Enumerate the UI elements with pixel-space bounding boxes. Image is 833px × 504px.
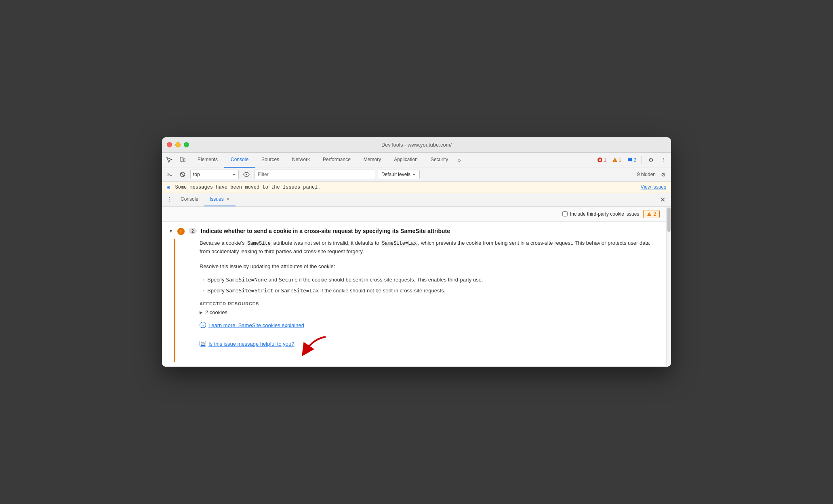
issues-panel: Include third-party cookie issues ! 2 ▼	[162, 207, 666, 367]
bullet-arrow-2: →	[200, 287, 205, 295]
tab-application[interactable]: Application	[387, 153, 424, 168]
svg-text:✕: ✕	[598, 158, 602, 162]
traffic-lights	[167, 142, 189, 147]
settings-icon[interactable]: ⚙	[645, 154, 656, 166]
info-bar-icon: ▣	[167, 185, 170, 190]
top-nav: Elements Console Sources Network Perform…	[162, 153, 671, 168]
more-tabs-button[interactable]: »	[454, 153, 464, 168]
console-toolbar: top Default levels 9 hidden ⚙	[162, 168, 671, 182]
affected-resources-label: AFFECTED RESOURCES	[200, 301, 660, 306]
top-nav-tabs: Elements Console Sources Network Perform…	[191, 153, 595, 168]
issue-count: 2	[189, 228, 197, 234]
affected-cookies-item[interactable]: ▶ 2 cookies	[200, 309, 660, 316]
maximize-button[interactable]	[184, 142, 189, 147]
devtools-window: DevTools - www.youtube.com/	[162, 137, 671, 367]
learn-more-link[interactable]: → Learn more: SameSite cookies explained	[200, 322, 660, 328]
issues-panel-header: Include third-party cookie issues ! 2	[162, 207, 666, 222]
menu-icon[interactable]: ⋮	[658, 154, 669, 166]
tab-network[interactable]: Network	[286, 153, 316, 168]
info-bar-message: ▣ Some messages have been moved to the I…	[167, 184, 321, 190]
clear-console-icon[interactable]	[177, 169, 188, 180]
code-samesite-lax-2: SameSite=Lax	[281, 288, 319, 294]
svg-point-10	[246, 174, 247, 175]
code-samesite: SameSite	[246, 240, 272, 247]
helpful-link[interactable]: 💬 Is this issue message helpful to you?	[200, 341, 294, 347]
log-levels-selector[interactable]: Default levels	[378, 170, 420, 179]
tab-security[interactable]: Security	[424, 153, 454, 168]
learn-more-icon: →	[200, 322, 206, 328]
code-secure: Secure	[279, 277, 298, 283]
code-samesite-strict: SameSite=Strict	[226, 288, 273, 294]
issue-description: Because a cookie's SameSite attribute wa…	[200, 239, 660, 256]
affected-resources: AFFECTED RESOURCES ▶ 2 cookies	[200, 301, 660, 316]
tab-memory[interactable]: Memory	[357, 153, 387, 168]
bullet-item-2: → Specify SameSite=Strict or SameSite=La…	[200, 287, 660, 295]
warning-count-badge[interactable]: ! 1	[610, 156, 623, 164]
minimize-button[interactable]	[175, 142, 181, 147]
feedback-icon: 💬	[200, 341, 206, 346]
issue-warning-icon: !	[177, 228, 185, 235]
tab-console-panel[interactable]: Console	[175, 193, 204, 206]
issue-resolve-text: Resolve this issue by updating the attri…	[200, 262, 660, 271]
svg-line-8	[181, 173, 184, 176]
devtools-body: Elements Console Sources Network Perform…	[162, 153, 671, 367]
panel-tab-menu[interactable]: ⋮	[165, 195, 173, 204]
tab-performance[interactable]: Performance	[316, 153, 357, 168]
window-title: DevTools - www.youtube.com/	[381, 142, 452, 148]
issue-title: Indicate whether to send a cookie in a c…	[201, 227, 450, 235]
hidden-count: 9 hidden ⚙	[637, 169, 669, 180]
panel-tabs: ⋮ Console Issues ✕ ✕	[162, 193, 671, 207]
helpful-link-row: 💬 Is this issue message helpful to you?	[200, 332, 660, 356]
context-selector[interactable]: top	[190, 170, 239, 179]
tab-console[interactable]: Console	[224, 153, 255, 168]
third-party-checkbox-input[interactable]	[562, 211, 568, 216]
bullet-arrow-1: →	[200, 276, 205, 284]
issue-toggle[interactable]: ▼	[168, 228, 173, 234]
info-count-badge[interactable]: 2	[625, 156, 638, 164]
issues-content-area: Include third-party cookie issues ! 2 ▼	[162, 207, 671, 367]
issue-bullets: → Specify SameSite=None and Secure if th…	[200, 276, 660, 295]
nav-divider	[642, 156, 642, 164]
issue-body: Because a cookie's SameSite attribute wa…	[174, 239, 666, 362]
hidden-settings-icon[interactable]: ⚙	[658, 169, 669, 180]
top-nav-right: ✕ 1 ! 1 2 ⚙	[595, 154, 669, 166]
info-bar: ▣ Some messages have been moved to the I…	[162, 182, 671, 193]
issue-links: → Learn more: SameSite cookies explained…	[200, 322, 660, 356]
view-issues-link[interactable]: View issues	[641, 184, 666, 190]
scrollbar[interactable]	[666, 207, 671, 367]
issue-group-samesite: ▼ ! 2 Indicate whether to send a cookie …	[162, 222, 666, 367]
close-button[interactable]	[167, 142, 172, 147]
error-count-badge[interactable]: ✕ 1	[595, 156, 608, 164]
svg-text:!: !	[614, 159, 615, 162]
red-arrow-annotation	[297, 335, 330, 359]
close-panel-button[interactable]: ✕	[657, 194, 668, 205]
scrollbar-thumb[interactable]	[667, 208, 671, 232]
code-samesite-lax: SameSite=Lax	[381, 240, 418, 247]
device-icon[interactable]	[177, 154, 188, 166]
eye-icon[interactable]	[241, 169, 252, 180]
svg-text:!: !	[649, 213, 650, 216]
expand-cookies-arrow: ▶	[200, 310, 203, 315]
bullet-item-1: → Specify SameSite=None and Secure if th…	[200, 276, 660, 284]
tab-elements[interactable]: Elements	[191, 153, 224, 168]
svg-rect-0	[180, 157, 183, 161]
issue-count-badge: ! 2	[643, 210, 660, 218]
title-bar: DevTools - www.youtube.com/	[162, 137, 671, 153]
inspect-icon[interactable]	[164, 154, 175, 166]
svg-rect-1	[183, 159, 185, 162]
code-samesite-none: SameSite=None	[226, 277, 267, 283]
tab-issues-panel[interactable]: Issues ✕	[204, 193, 236, 206]
filter-input[interactable]	[254, 170, 375, 179]
execute-script-icon[interactable]	[164, 169, 175, 180]
third-party-checkbox-label[interactable]: Include third-party cookie issues	[562, 211, 639, 217]
tab-sources[interactable]: Sources	[255, 153, 286, 168]
top-nav-icons	[164, 154, 188, 166]
issue-header: ▼ ! 2 Indicate whether to send a cookie …	[162, 222, 666, 239]
close-issues-tab[interactable]: ✕	[226, 197, 230, 202]
